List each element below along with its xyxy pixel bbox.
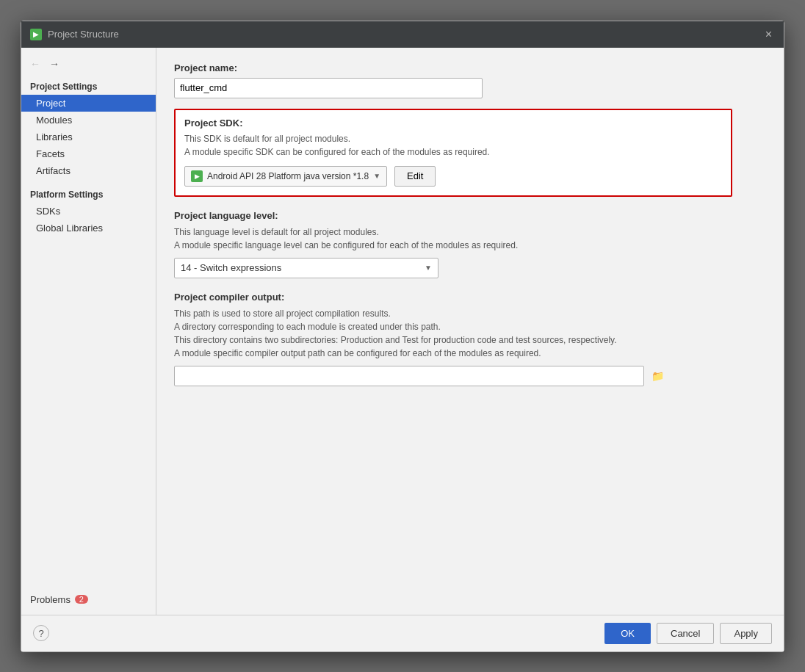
close-button[interactable]: ×: [762, 27, 775, 42]
lang-section: Project language level: This language le…: [174, 210, 766, 278]
lang-dropdown-arrow-icon: ▼: [425, 264, 432, 272]
title-bar: ▶ Project Structure ×: [21, 21, 784, 48]
compiler-desc: This path is used to store all project c…: [174, 307, 766, 360]
lang-desc: This language level is default for all p…: [174, 225, 766, 252]
sdk-section: Project SDK: This SDK is default for all…: [174, 109, 732, 197]
sidebar-item-project[interactable]: Project: [21, 95, 156, 112]
sdk-dropdown-arrow-icon: ▼: [373, 172, 380, 180]
sdk-desc: This SDK is default for all project modu…: [184, 132, 722, 159]
main-content: Project name: Project SDK: This SDK is d…: [156, 48, 784, 615]
lang-value: 14 - Switch expressions: [181, 262, 425, 273]
compiler-path-input[interactable]: [174, 366, 644, 386]
browse-folder-button[interactable]: 📁: [649, 367, 666, 385]
footer-right: OK Cancel Apply: [604, 623, 772, 644]
edit-sdk-button[interactable]: Edit: [394, 166, 436, 187]
back-button[interactable]: ←: [27, 57, 43, 71]
compiler-output-label: Project compiler output:: [174, 292, 766, 303]
nav-bar: ← →: [21, 54, 156, 77]
sdk-row: ▶ Android API 28 Platform java version *…: [184, 166, 722, 187]
platform-settings-header: Platform Settings: [21, 187, 156, 203]
sidebar-item-sdks[interactable]: SDKs: [21, 203, 156, 220]
help-button[interactable]: ?: [33, 625, 49, 641]
android-icon: ▶: [191, 170, 203, 182]
dialog-body: ← → Project Settings Project Modules Lib…: [21, 48, 784, 615]
sidebar-item-problems[interactable]: Problems 2: [21, 590, 156, 609]
sidebar-item-facets[interactable]: Facets: [21, 145, 156, 162]
sidebar-item-libraries[interactable]: Libraries: [21, 129, 156, 145]
project-name-section: Project name:: [174, 62, 766, 98]
sdk-dropdown[interactable]: ▶ Android API 28 Platform java version *…: [184, 166, 387, 187]
sidebar-item-artifacts[interactable]: Artifacts: [21, 162, 156, 179]
sdk-value: Android API 28 Platform java version *1.…: [207, 171, 369, 181]
sidebar-item-modules[interactable]: Modules: [21, 112, 156, 129]
project-settings-header: Project Settings: [21, 79, 156, 95]
ok-button[interactable]: OK: [604, 623, 651, 644]
apply-button[interactable]: Apply: [720, 623, 772, 644]
dialog-icon: ▶: [30, 29, 42, 40]
compiler-path-row: 📁: [174, 366, 766, 386]
sidebar-item-global-libraries[interactable]: Global Libraries: [21, 220, 156, 236]
lang-level-label: Project language level:: [174, 210, 766, 221]
problems-label: Problems: [30, 594, 71, 605]
project-name-input[interactable]: [174, 78, 483, 98]
lang-dropdown[interactable]: 14 - Switch expressions ▼: [174, 258, 438, 278]
project-name-label: Project name:: [174, 62, 766, 73]
dialog-title: Project Structure: [48, 29, 757, 40]
project-structure-dialog: ▶ Project Structure × ← → Project Settin…: [21, 21, 784, 652]
footer-left: ?: [33, 625, 49, 641]
cancel-button[interactable]: Cancel: [657, 623, 714, 644]
sidebar: ← → Project Settings Project Modules Lib…: [21, 48, 156, 615]
dialog-footer: ? OK Cancel Apply: [21, 615, 784, 651]
compiler-section: Project compiler output: This path is us…: [174, 292, 766, 386]
sdk-title: Project SDK:: [184, 118, 722, 129]
forward-button[interactable]: →: [46, 57, 62, 71]
problems-badge: 2: [75, 595, 88, 604]
